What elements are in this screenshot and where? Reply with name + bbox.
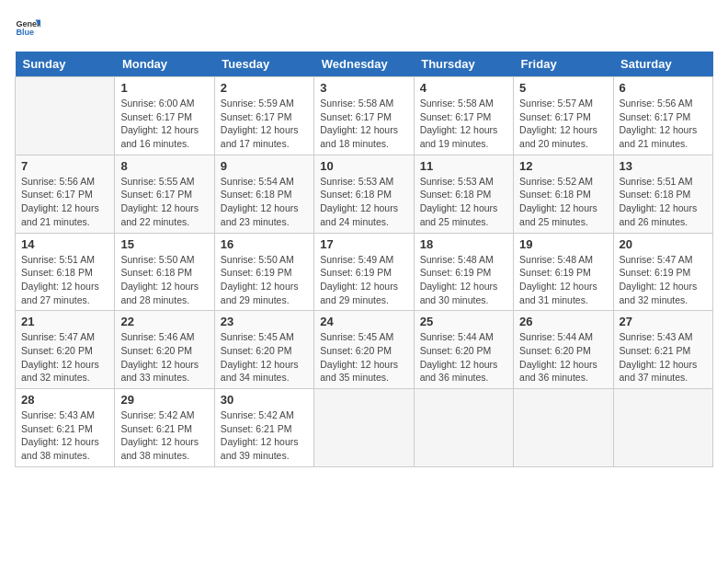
day-number: 3 [320, 81, 407, 95]
calendar-cell: 14Sunrise: 5:51 AMSunset: 6:18 PMDayligh… [16, 233, 115, 311]
day-number: 30 [221, 393, 308, 407]
calendar-week-3: 14Sunrise: 5:51 AMSunset: 6:18 PMDayligh… [16, 233, 713, 311]
calendar-cell [613, 389, 712, 467]
day-info: Sunrise: 5:44 AMSunset: 6:20 PMDaylight:… [519, 330, 607, 385]
calendar-table: SundayMondayTuesdayWednesdayThursdayFrid… [15, 52, 713, 467]
day-number: 2 [221, 81, 308, 95]
day-info: Sunrise: 5:52 AMSunset: 6:18 PMDaylight:… [519, 175, 607, 229]
calendar-week-2: 7Sunrise: 5:56 AMSunset: 6:17 PMDaylight… [16, 155, 713, 233]
calendar-cell: 22Sunrise: 5:46 AMSunset: 6:20 PMDayligh… [115, 311, 214, 389]
day-header-tuesday: Tuesday [214, 52, 313, 77]
svg-text:Blue: Blue [16, 28, 34, 37]
day-number: 1 [120, 81, 208, 95]
day-info: Sunrise: 5:46 AMSunset: 6:20 PMDaylight:… [120, 330, 208, 385]
day-info: Sunrise: 5:51 AMSunset: 6:18 PMDaylight:… [620, 175, 707, 229]
day-info: Sunrise: 5:45 AMSunset: 6:20 PMDaylight:… [320, 330, 407, 385]
day-number: 7 [21, 159, 108, 173]
calendar-cell: 26Sunrise: 5:44 AMSunset: 6:20 PMDayligh… [514, 311, 613, 389]
day-info: Sunrise: 5:48 AMSunset: 6:19 PMDaylight:… [420, 253, 507, 307]
calendar-cell: 16Sunrise: 5:50 AMSunset: 6:19 PMDayligh… [214, 233, 313, 311]
day-number: 24 [320, 315, 407, 328]
day-info: Sunrise: 5:58 AMSunset: 6:17 PMDaylight:… [320, 97, 407, 151]
calendar-cell: 28Sunrise: 5:43 AMSunset: 6:21 PMDayligh… [16, 389, 115, 467]
day-number: 29 [120, 393, 208, 407]
calendar-cell: 17Sunrise: 5:49 AMSunset: 6:19 PMDayligh… [314, 233, 414, 311]
day-number: 9 [221, 159, 308, 173]
day-info: Sunrise: 5:56 AMSunset: 6:17 PMDaylight:… [21, 175, 108, 229]
day-header-friday: Friday [514, 52, 613, 77]
logo-icon: General Blue [15, 15, 40, 40]
day-number: 4 [420, 81, 507, 95]
calendar-cell: 29Sunrise: 5:42 AMSunset: 6:21 PMDayligh… [115, 389, 214, 467]
calendar-cell: 12Sunrise: 5:52 AMSunset: 6:18 PMDayligh… [514, 155, 613, 233]
day-info: Sunrise: 5:47 AMSunset: 6:20 PMDaylight:… [21, 330, 108, 385]
header-row: SundayMondayTuesdayWednesdayThursdayFrid… [16, 52, 713, 77]
day-info: Sunrise: 5:47 AMSunset: 6:19 PMDaylight:… [620, 253, 707, 307]
day-info: Sunrise: 5:45 AMSunset: 6:20 PMDaylight:… [221, 330, 308, 385]
calendar-cell [514, 389, 613, 467]
day-info: Sunrise: 5:53 AMSunset: 6:18 PMDaylight:… [320, 175, 407, 229]
day-info: Sunrise: 5:53 AMSunset: 6:18 PMDaylight:… [420, 175, 507, 229]
day-number: 18 [420, 237, 507, 251]
day-number: 27 [620, 315, 707, 328]
calendar-cell: 6Sunrise: 5:56 AMSunset: 6:17 PMDaylight… [613, 77, 712, 155]
calendar-cell: 23Sunrise: 5:45 AMSunset: 6:20 PMDayligh… [214, 311, 313, 389]
calendar-cell: 13Sunrise: 5:51 AMSunset: 6:18 PMDayligh… [613, 155, 712, 233]
day-info: Sunrise: 5:42 AMSunset: 6:21 PMDaylight:… [221, 408, 308, 463]
day-header-saturday: Saturday [613, 52, 712, 77]
calendar-cell: 18Sunrise: 5:48 AMSunset: 6:19 PMDayligh… [414, 233, 513, 311]
day-info: Sunrise: 5:55 AMSunset: 6:17 PMDaylight:… [120, 175, 208, 229]
day-info: Sunrise: 5:50 AMSunset: 6:19 PMDaylight:… [221, 253, 308, 307]
day-number: 26 [519, 315, 607, 328]
day-info: Sunrise: 5:57 AMSunset: 6:17 PMDaylight:… [519, 97, 607, 151]
calendar-cell: 15Sunrise: 5:50 AMSunset: 6:18 PMDayligh… [115, 233, 214, 311]
day-number: 28 [21, 393, 108, 407]
calendar-cell: 20Sunrise: 5:47 AMSunset: 6:19 PMDayligh… [613, 233, 712, 311]
calendar-cell: 8Sunrise: 5:55 AMSunset: 6:17 PMDaylight… [115, 155, 214, 233]
day-number: 17 [320, 237, 407, 251]
day-header-monday: Monday [115, 52, 214, 77]
day-info: Sunrise: 5:43 AMSunset: 6:21 PMDaylight:… [620, 330, 707, 385]
calendar-cell: 27Sunrise: 5:43 AMSunset: 6:21 PMDayligh… [613, 311, 712, 389]
page-header: General Blue [15, 15, 713, 40]
day-info: Sunrise: 5:51 AMSunset: 6:18 PMDaylight:… [21, 253, 108, 307]
calendar-header: SundayMondayTuesdayWednesdayThursdayFrid… [16, 52, 713, 77]
day-header-wednesday: Wednesday [314, 52, 414, 77]
calendar-cell: 25Sunrise: 5:44 AMSunset: 6:20 PMDayligh… [414, 311, 513, 389]
day-number: 13 [620, 159, 707, 173]
day-info: Sunrise: 5:49 AMSunset: 6:19 PMDaylight:… [320, 253, 407, 307]
day-info: Sunrise: 5:48 AMSunset: 6:19 PMDaylight:… [519, 253, 607, 307]
day-number: 21 [21, 315, 108, 328]
day-info: Sunrise: 5:42 AMSunset: 6:21 PMDaylight:… [120, 408, 208, 463]
day-number: 14 [21, 237, 108, 251]
day-info: Sunrise: 6:00 AMSunset: 6:17 PMDaylight:… [120, 97, 208, 151]
calendar-week-5: 28Sunrise: 5:43 AMSunset: 6:21 PMDayligh… [16, 389, 713, 467]
calendar-cell: 7Sunrise: 5:56 AMSunset: 6:17 PMDaylight… [16, 155, 115, 233]
calendar-cell: 9Sunrise: 5:54 AMSunset: 6:18 PMDaylight… [214, 155, 313, 233]
calendar-cell: 2Sunrise: 5:59 AMSunset: 6:17 PMDaylight… [214, 77, 313, 155]
day-info: Sunrise: 5:59 AMSunset: 6:17 PMDaylight:… [221, 97, 308, 151]
day-number: 15 [120, 237, 208, 251]
calendar-cell: 10Sunrise: 5:53 AMSunset: 6:18 PMDayligh… [314, 155, 414, 233]
calendar-cell: 21Sunrise: 5:47 AMSunset: 6:20 PMDayligh… [16, 311, 115, 389]
day-number: 10 [320, 159, 407, 173]
calendar-cell: 19Sunrise: 5:48 AMSunset: 6:19 PMDayligh… [514, 233, 613, 311]
calendar-cell: 4Sunrise: 5:58 AMSunset: 6:17 PMDaylight… [414, 77, 513, 155]
calendar-cell [16, 77, 115, 155]
day-info: Sunrise: 5:50 AMSunset: 6:18 PMDaylight:… [120, 253, 208, 307]
day-info: Sunrise: 5:54 AMSunset: 6:18 PMDaylight:… [221, 175, 308, 229]
calendar-cell: 5Sunrise: 5:57 AMSunset: 6:17 PMDaylight… [514, 77, 613, 155]
calendar-cell [414, 389, 513, 467]
day-number: 25 [420, 315, 507, 328]
day-number: 12 [519, 159, 607, 173]
day-number: 11 [420, 159, 507, 173]
day-number: 19 [519, 237, 607, 251]
day-info: Sunrise: 5:43 AMSunset: 6:21 PMDaylight:… [21, 408, 108, 463]
calendar-week-1: 1Sunrise: 6:00 AMSunset: 6:17 PMDaylight… [16, 77, 713, 155]
day-number: 16 [221, 237, 308, 251]
day-header-sunday: Sunday [16, 52, 115, 77]
day-number: 23 [221, 315, 308, 328]
day-number: 22 [120, 315, 208, 328]
day-number: 8 [120, 159, 208, 173]
calendar-cell: 24Sunrise: 5:45 AMSunset: 6:20 PMDayligh… [314, 311, 414, 389]
